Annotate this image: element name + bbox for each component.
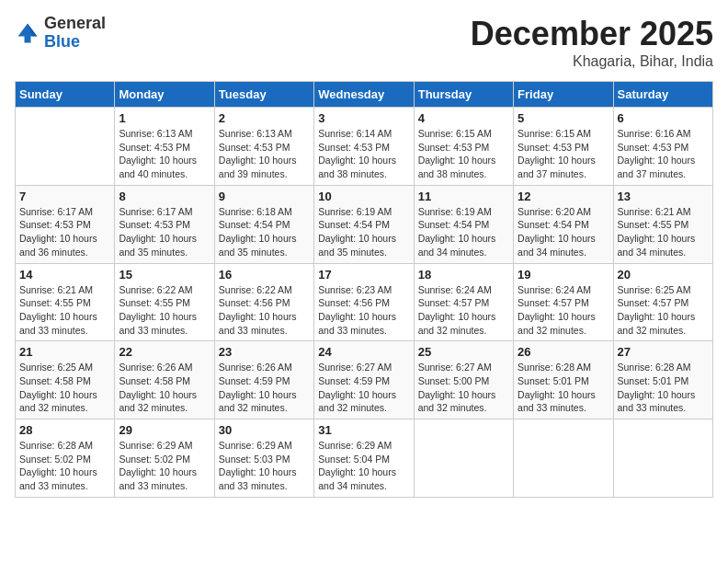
day-info: Sunrise: 6:22 AM Sunset: 4:55 PM Dayligh… xyxy=(119,283,210,338)
calendar-week-row: 7Sunrise: 6:17 AM Sunset: 4:53 PM Daylig… xyxy=(16,185,713,263)
day-info: Sunrise: 6:13 AM Sunset: 4:53 PM Dayligh… xyxy=(119,127,210,181)
calendar-cell: 19Sunrise: 6:24 AM Sunset: 4:57 PM Dayli… xyxy=(514,263,613,341)
calendar-cell: 25Sunrise: 6:27 AM Sunset: 5:00 PM Dayli… xyxy=(414,341,513,419)
calendar-cell: 30Sunrise: 6:29 AM Sunset: 5:03 PM Dayli… xyxy=(214,419,313,498)
day-number: 15 xyxy=(119,268,210,282)
day-info: Sunrise: 6:20 AM Sunset: 4:54 PM Dayligh… xyxy=(518,205,609,259)
day-info: Sunrise: 6:25 AM Sunset: 4:57 PM Dayligh… xyxy=(618,283,709,338)
calendar-header-row: SundayMondayTuesdayWednesdayThursdayFrid… xyxy=(16,82,713,108)
day-number: 9 xyxy=(219,190,310,203)
day-info: Sunrise: 6:26 AM Sunset: 4:59 PM Dayligh… xyxy=(219,361,310,415)
calendar-cell: 14Sunrise: 6:21 AM Sunset: 4:55 PM Dayli… xyxy=(16,263,115,341)
day-info: Sunrise: 6:27 AM Sunset: 4:59 PM Dayligh… xyxy=(318,361,409,415)
calendar-cell: 7Sunrise: 6:17 AM Sunset: 4:53 PM Daylig… xyxy=(16,185,115,263)
day-info: Sunrise: 6:21 AM Sunset: 4:55 PM Dayligh… xyxy=(618,205,709,259)
calendar-week-row: 21Sunrise: 6:25 AM Sunset: 4:58 PM Dayli… xyxy=(16,341,713,419)
day-info: Sunrise: 6:28 AM Sunset: 5:01 PM Dayligh… xyxy=(518,361,609,415)
calendar-cell: 3Sunrise: 6:14 AM Sunset: 4:53 PM Daylig… xyxy=(314,108,414,186)
day-number: 24 xyxy=(318,345,409,359)
column-header-monday: Monday xyxy=(115,82,214,108)
day-info: Sunrise: 6:19 AM Sunset: 4:54 PM Dayligh… xyxy=(318,205,409,259)
day-number: 20 xyxy=(618,268,709,282)
day-number: 1 xyxy=(119,111,210,125)
day-number: 19 xyxy=(518,268,609,282)
logo-general-text: General xyxy=(44,15,106,33)
calendar-cell: 24Sunrise: 6:27 AM Sunset: 4:59 PM Dayli… xyxy=(314,341,414,419)
day-number: 23 xyxy=(219,345,310,359)
day-info: Sunrise: 6:23 AM Sunset: 4:56 PM Dayligh… xyxy=(318,283,409,338)
logo-icon xyxy=(15,20,40,46)
day-info: Sunrise: 6:28 AM Sunset: 5:01 PM Dayligh… xyxy=(618,361,709,415)
calendar-cell: 10Sunrise: 6:19 AM Sunset: 4:54 PM Dayli… xyxy=(314,185,414,263)
day-number: 18 xyxy=(418,268,509,282)
day-number: 17 xyxy=(318,268,409,282)
calendar-cell: 2Sunrise: 6:13 AM Sunset: 4:53 PM Daylig… xyxy=(214,108,313,186)
day-number: 22 xyxy=(119,345,210,359)
day-number: 5 xyxy=(518,111,609,125)
day-number: 10 xyxy=(318,190,409,203)
calendar-cell: 9Sunrise: 6:18 AM Sunset: 4:54 PM Daylig… xyxy=(214,185,313,263)
calendar-cell: 1Sunrise: 6:13 AM Sunset: 4:53 PM Daylig… xyxy=(115,108,214,186)
day-info: Sunrise: 6:16 AM Sunset: 4:53 PM Dayligh… xyxy=(618,127,709,181)
day-number: 25 xyxy=(418,345,509,359)
calendar-cell xyxy=(414,419,513,498)
column-header-saturday: Saturday xyxy=(613,82,712,108)
day-info: Sunrise: 6:17 AM Sunset: 4:53 PM Dayligh… xyxy=(19,205,110,259)
day-number: 7 xyxy=(19,190,110,203)
day-number: 26 xyxy=(518,345,609,359)
calendar-cell: 21Sunrise: 6:25 AM Sunset: 4:58 PM Dayli… xyxy=(16,341,115,419)
calendar-cell: 11Sunrise: 6:19 AM Sunset: 4:54 PM Dayli… xyxy=(414,185,513,263)
day-number: 29 xyxy=(119,423,210,437)
day-number: 4 xyxy=(418,111,509,125)
calendar-cell: 29Sunrise: 6:29 AM Sunset: 5:02 PM Dayli… xyxy=(115,419,214,498)
logo: General Blue xyxy=(15,15,106,52)
column-header-wednesday: Wednesday xyxy=(314,82,414,108)
calendar-cell: 15Sunrise: 6:22 AM Sunset: 4:55 PM Dayli… xyxy=(115,263,214,341)
day-number: 13 xyxy=(618,190,709,203)
column-header-thursday: Thursday xyxy=(414,82,513,108)
calendar-cell: 8Sunrise: 6:17 AM Sunset: 4:53 PM Daylig… xyxy=(115,185,214,263)
day-info: Sunrise: 6:29 AM Sunset: 5:02 PM Dayligh… xyxy=(119,439,210,493)
day-number: 28 xyxy=(19,423,110,437)
day-number: 11 xyxy=(418,190,509,203)
day-info: Sunrise: 6:17 AM Sunset: 4:53 PM Dayligh… xyxy=(119,205,210,259)
calendar-table: SundayMondayTuesdayWednesdayThursdayFrid… xyxy=(15,81,713,498)
location-subtitle: Khagaria, Bihar, India xyxy=(471,53,713,70)
calendar-cell: 6Sunrise: 6:16 AM Sunset: 4:53 PM Daylig… xyxy=(613,108,712,186)
day-info: Sunrise: 6:28 AM Sunset: 5:02 PM Dayligh… xyxy=(19,439,110,493)
calendar-cell: 27Sunrise: 6:28 AM Sunset: 5:01 PM Dayli… xyxy=(613,341,712,419)
calendar-week-row: 14Sunrise: 6:21 AM Sunset: 4:55 PM Dayli… xyxy=(16,263,713,341)
day-info: Sunrise: 6:18 AM Sunset: 4:54 PM Dayligh… xyxy=(219,205,310,259)
calendar-cell xyxy=(16,108,115,186)
calendar-cell: 13Sunrise: 6:21 AM Sunset: 4:55 PM Dayli… xyxy=(613,185,712,263)
calendar-cell: 17Sunrise: 6:23 AM Sunset: 4:56 PM Dayli… xyxy=(314,263,414,341)
page-header: General Blue December 2025 Khagaria, Bih… xyxy=(15,15,713,70)
day-info: Sunrise: 6:25 AM Sunset: 4:58 PM Dayligh… xyxy=(19,361,110,415)
day-info: Sunrise: 6:15 AM Sunset: 4:53 PM Dayligh… xyxy=(418,127,509,181)
day-number: 14 xyxy=(19,268,110,282)
calendar-cell: 18Sunrise: 6:24 AM Sunset: 4:57 PM Dayli… xyxy=(414,263,513,341)
day-info: Sunrise: 6:22 AM Sunset: 4:56 PM Dayligh… xyxy=(219,283,310,338)
day-number: 3 xyxy=(318,111,409,125)
calendar-cell: 4Sunrise: 6:15 AM Sunset: 4:53 PM Daylig… xyxy=(414,108,513,186)
calendar-cell: 26Sunrise: 6:28 AM Sunset: 5:01 PM Dayli… xyxy=(514,341,613,419)
day-number: 8 xyxy=(119,190,210,203)
day-info: Sunrise: 6:19 AM Sunset: 4:54 PM Dayligh… xyxy=(418,205,509,259)
day-number: 16 xyxy=(219,268,310,282)
month-year-title: December 2025 xyxy=(471,15,713,53)
column-header-tuesday: Tuesday xyxy=(214,82,313,108)
calendar-cell: 22Sunrise: 6:26 AM Sunset: 4:58 PM Dayli… xyxy=(115,341,214,419)
calendar-cell: 16Sunrise: 6:22 AM Sunset: 4:56 PM Dayli… xyxy=(214,263,313,341)
day-info: Sunrise: 6:26 AM Sunset: 4:58 PM Dayligh… xyxy=(119,361,210,415)
calendar-cell: 5Sunrise: 6:15 AM Sunset: 4:53 PM Daylig… xyxy=(514,108,613,186)
logo-text: General Blue xyxy=(44,15,106,52)
day-info: Sunrise: 6:29 AM Sunset: 5:03 PM Dayligh… xyxy=(219,439,310,493)
calendar-week-row: 1Sunrise: 6:13 AM Sunset: 4:53 PM Daylig… xyxy=(16,108,713,186)
title-block: December 2025 Khagaria, Bihar, India xyxy=(471,15,713,70)
day-info: Sunrise: 6:14 AM Sunset: 4:53 PM Dayligh… xyxy=(318,127,409,181)
day-number: 2 xyxy=(219,111,310,125)
day-info: Sunrise: 6:29 AM Sunset: 5:04 PM Dayligh… xyxy=(318,439,409,493)
day-info: Sunrise: 6:24 AM Sunset: 4:57 PM Dayligh… xyxy=(518,283,609,338)
day-number: 21 xyxy=(19,345,110,359)
logo-blue-text: Blue xyxy=(44,33,106,52)
